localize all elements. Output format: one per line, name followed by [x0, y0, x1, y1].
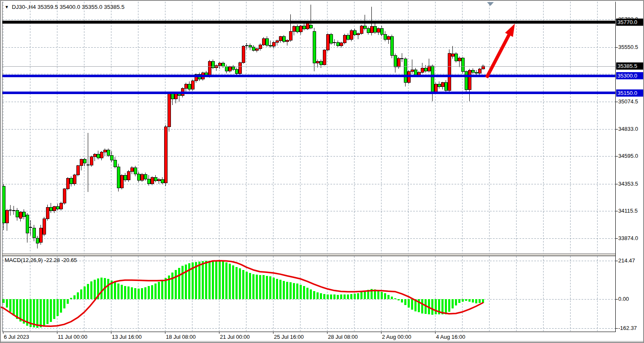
panel-separator[interactable] [3, 254, 615, 256]
candle-body [43, 219, 46, 235]
candle-body [458, 58, 461, 61]
candle-body [309, 25, 312, 28]
macd-histogram-bar [266, 276, 268, 299]
candle-body [276, 41, 279, 42]
macd-histogram-bar [344, 294, 346, 299]
macd-histogram-bar [124, 286, 126, 299]
trend-arrow-shaft[interactable] [487, 32, 510, 78]
candle-body [127, 171, 130, 180]
macd-histogram-bar [448, 299, 450, 312]
candle-body [32, 228, 35, 238]
candle-body [63, 189, 66, 203]
macd-histogram-bar [337, 295, 339, 299]
candle-body [2, 186, 5, 223]
macd-histogram-bar [158, 282, 160, 299]
macd-histogram-bar [384, 293, 386, 299]
macd-histogram-bar [127, 286, 130, 299]
candle-body [100, 152, 103, 158]
macd-histogram-bar [283, 281, 285, 299]
bottom-strip [1, 341, 643, 342]
candle-body [394, 55, 397, 67]
macd-histogram-bar [394, 298, 396, 299]
scroll-position-marker-icon [487, 2, 494, 6]
candle-body [228, 67, 231, 71]
macd-histogram-bar [151, 285, 153, 299]
candle-body [306, 24, 309, 29]
candle-body [218, 63, 221, 65]
candle-body [107, 150, 110, 156]
time-axis-scale[interactable] [1, 332, 615, 341]
doji-bar [9, 210, 12, 211]
candle-body [475, 72, 478, 73]
macd-histogram-bar [114, 282, 116, 299]
price-axis-scale[interactable] [615, 1, 643, 332]
candle-body [36, 238, 39, 243]
candle-body [265, 38, 268, 45]
macd-histogram-bar [43, 299, 45, 327]
macd-histogram-bar [67, 299, 69, 304]
trend-arrow-head[interactable] [505, 24, 515, 37]
candle-body [49, 207, 52, 211]
macd-histogram-bar [462, 299, 464, 302]
candle-body [387, 36, 390, 39]
macd-histogram-bar [333, 294, 336, 299]
macd-histogram-bar [435, 299, 437, 314]
candle-body [103, 150, 106, 152]
candle-body [431, 66, 434, 92]
macd-histogram-bar [276, 279, 278, 299]
macd-histogram-bar [3, 299, 5, 303]
candle-body [417, 72, 420, 75]
candle-body [208, 61, 211, 76]
macd-histogram-bar [242, 270, 244, 299]
candle-body [313, 31, 316, 63]
macd-histogram-bar [259, 275, 261, 299]
candle-body [5, 211, 8, 223]
chart-canvas[interactable] [1, 1, 644, 343]
candle-body [249, 46, 252, 47]
macd-histogram-bar [57, 299, 59, 316]
macd-histogram-bar [13, 299, 15, 316]
doji-bar [29, 227, 32, 228]
candle-body [461, 58, 464, 72]
macd-histogram-bar [408, 299, 410, 308]
candle-body [255, 49, 258, 51]
macd-histogram-bar [161, 280, 163, 299]
candle-body [448, 53, 451, 90]
macd-histogram-bar [134, 288, 136, 299]
doji-bar [12, 210, 15, 211]
candle-body [303, 26, 306, 29]
macd-histogram-bar [215, 261, 217, 299]
candle-body [184, 84, 187, 88]
macd-histogram-bar [232, 265, 234, 299]
macd-histogram-bar [387, 295, 390, 299]
macd-histogram-bar [239, 268, 241, 299]
macd-histogram-bar [33, 299, 35, 327]
macd-histogram-bar [131, 287, 133, 299]
candle-body [134, 167, 137, 174]
candle-body [390, 36, 393, 55]
macd-histogram-bar [452, 299, 454, 308]
candle-body [93, 154, 96, 157]
candle-body [471, 70, 474, 72]
candle-body [286, 40, 289, 42]
macd-histogram-bar [468, 299, 471, 302]
candle-body [161, 180, 164, 183]
candle-body [316, 61, 319, 63]
macd-indicator-label: MACD(12,26,9) -22.28 -20.65 [5, 257, 77, 263]
candle-body [66, 178, 69, 189]
macd-histogram-bar [40, 299, 42, 327]
macd-histogram-bar [479, 299, 481, 303]
macd-histogram-bar [303, 286, 305, 299]
candle-body [380, 29, 383, 35]
candle-body [340, 43, 343, 46]
candle-body [468, 70, 471, 89]
macd-histogram-bar [296, 284, 298, 299]
macd-histogram-bar [70, 298, 72, 299]
doji-bar [400, 58, 403, 59]
candle-body [73, 175, 76, 184]
candle-body [319, 61, 322, 65]
macd-histogram-bar [205, 261, 207, 299]
macd-histogram-bar [94, 280, 96, 299]
candle-body [428, 66, 430, 71]
macd-histogram-bar [391, 297, 393, 299]
